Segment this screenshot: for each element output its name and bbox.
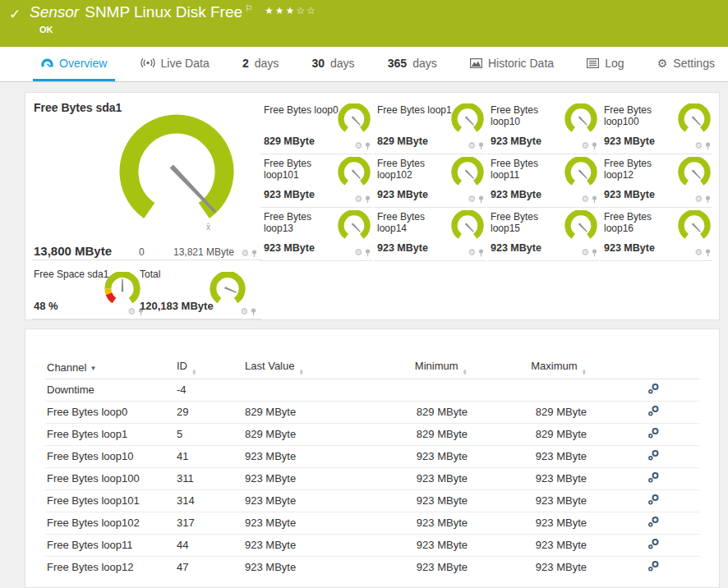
pin-icon[interactable] (365, 142, 371, 150)
col-header-channel[interactable]: Channel▼ (45, 357, 175, 379)
channels-panel: Channel▼ ID▲▼ Last Value▲▼ Minimum▲▼ Max… (25, 328, 720, 588)
col-header-last-value[interactable]: Last Value▲▼ (243, 357, 408, 379)
edit-channel-gears-icon[interactable] (647, 516, 660, 531)
small-gauge-cell[interactable]: Free Bytes loop12 923 MByte ⚙ (601, 154, 712, 208)
small-gauge-title: Free Bytes loop0 (264, 104, 339, 116)
small-gauge-cell[interactable]: Free Bytes loop0 829 MByte ⚙ (260, 101, 372, 154)
cell-id: 311 (175, 467, 243, 489)
small-gauge-title: Free Bytes loop15 (491, 211, 566, 234)
edit-channel-gears-icon[interactable] (647, 538, 660, 553)
pin-icon[interactable] (705, 195, 711, 204)
pin-icon[interactable] (705, 249, 711, 257)
small-gauge-cell[interactable]: Free Bytes loop102 923 MByte ⚙ (374, 154, 486, 208)
small-gauge-title: Free Bytes loop102 (377, 158, 453, 181)
sort-icon: ▲▼ (463, 369, 468, 375)
tab-30-days[interactable]: 30 days (303, 47, 362, 81)
edit-channel-gears-icon[interactable] (647, 471, 660, 486)
tab-2-days[interactable]: 2 days (234, 47, 287, 81)
edit-channel-gears-icon[interactable] (647, 494, 660, 508)
free-space-gauge-cell[interactable]: Free Space sda1 48 % ⚙ (32, 267, 149, 319)
edit-channel-gears-icon[interactable] (647, 405, 660, 420)
small-gauge-cell[interactable]: Free Bytes loop101 923 MByte ⚙ (260, 154, 372, 208)
small-gauge-title: Free Bytes loop12 (604, 158, 680, 181)
col-header-minimum[interactable]: Minimum▲▼ (408, 357, 469, 379)
gear-icon[interactable]: ⚙ (581, 141, 589, 150)
edit-channel-gears-icon[interactable] (647, 560, 660, 575)
small-gauge-cell[interactable]: Free Bytes loop11 923 MByte ⚙ (487, 154, 599, 208)
cell-channel: Free Bytes loop102 (45, 512, 175, 534)
gear-icon[interactable]: ⚙ (468, 248, 476, 257)
cell-minimum: 923 MByte (408, 512, 469, 534)
small-gauge-icon (338, 210, 371, 243)
pin-icon[interactable] (705, 142, 711, 150)
tab-log[interactable]: Log (578, 47, 632, 81)
gear-icon[interactable]: ⚙ (240, 307, 248, 316)
sort-icon: ▲▼ (582, 369, 587, 375)
small-gauge-cell[interactable]: Free Bytes loop13 923 MByte ⚙ (260, 208, 372, 261)
status-ok-check-icon: ✓ (9, 6, 21, 23)
cell-minimum: 923 MByte (408, 489, 469, 512)
flag-icon[interactable]: ⚐ (245, 3, 253, 13)
cell-id: 317 (175, 512, 243, 534)
tab-365-days[interactable]: 365 days (380, 47, 445, 81)
pin-icon[interactable] (592, 249, 597, 257)
col-header-maximum[interactable]: Maximum▲▼ (469, 357, 588, 379)
small-gauge-cell[interactable]: Free Bytes loop15 923 MByte ⚙ (487, 208, 599, 261)
pin-icon[interactable] (592, 142, 597, 150)
gear-icon[interactable]: ⚙ (241, 249, 249, 258)
gear-icon[interactable]: ⚙ (127, 307, 136, 316)
col-header-edit (588, 357, 699, 379)
col-header-id[interactable]: ID▲▼ (175, 357, 243, 379)
gear-icon[interactable]: ⚙ (694, 141, 703, 150)
cell-last-value: 923 MByte (243, 489, 408, 512)
sensor-header: ✓ SensorSNMP Linux Disk Free⚐★★★☆☆ OK (0, 0, 728, 47)
small-gauge-value: 923 MByte (377, 189, 428, 200)
pin-icon[interactable] (365, 195, 371, 204)
object-kind-label: Sensor (30, 3, 79, 21)
pin-icon[interactable] (478, 195, 484, 204)
total-gauge-title: Total (140, 269, 160, 280)
gear-icon[interactable]: ⚙ (694, 195, 703, 204)
small-gauge-cell[interactable]: Free Bytes loop10 923 MByte ⚙ (487, 101, 599, 154)
table-row: Free Bytes loop1 5 829 MByte 829 MByte 8… (45, 423, 699, 445)
cell-minimum: 829 MByte (408, 423, 469, 445)
primary-gauge-cell[interactable]: Free Bytes sda1 x̄ 13,800 MByte 0 13,821… (32, 99, 262, 260)
pin-icon[interactable] (478, 249, 484, 257)
pin-icon[interactable] (251, 308, 256, 316)
gear-icon[interactable]: ⚙ (581, 195, 589, 204)
edit-channel-gears-icon[interactable] (647, 427, 660, 442)
small-gauge-cell[interactable]: Free Bytes loop14 923 MByte ⚙ (374, 208, 486, 261)
gear-icon[interactable]: ⚙ (468, 141, 476, 150)
content-area: Free Bytes sda1 x̄ 13,800 MByte 0 13,821… (0, 82, 728, 588)
small-gauge-title: Free Bytes loop11 (491, 158, 566, 181)
pin-icon[interactable] (478, 142, 484, 150)
pin-icon[interactable] (365, 249, 371, 257)
gear-icon[interactable]: ⚙ (468, 195, 476, 204)
gear-icon[interactable]: ⚙ (581, 248, 589, 257)
small-gauge-cell[interactable]: Free Bytes loop100 923 MByte ⚙ (601, 101, 712, 154)
tab-settings[interactable]: ⚙ Settings (649, 47, 723, 81)
small-gauge-cell[interactable]: Free Bytes loop16 923 MByte ⚙ (601, 208, 712, 261)
pin-icon[interactable] (592, 195, 597, 204)
edit-channel-gears-icon[interactable] (647, 449, 660, 464)
edit-channel-gears-icon[interactable] (647, 383, 660, 397)
priority-stars[interactable]: ★★★☆☆ (265, 5, 317, 16)
cell-last-value: 923 MByte (243, 556, 408, 578)
gear-icon[interactable]: ⚙ (354, 248, 362, 257)
gear-icon[interactable]: ⚙ (354, 141, 362, 150)
tab-live-data[interactable]: Live Data (132, 47, 218, 81)
chart-icon (470, 58, 482, 68)
total-gauge-cell[interactable]: Total 120,183 MByte ⚙ (138, 267, 261, 319)
pin-icon[interactable] (251, 250, 257, 258)
tab-overview[interactable]: Overview (33, 47, 115, 81)
small-gauge-value: 923 MByte (491, 189, 541, 200)
cell-maximum: 923 MByte (469, 489, 588, 512)
small-gauge-cell[interactable]: Free Bytes loop1 829 MByte ⚙ (374, 101, 486, 154)
gear-icon[interactable]: ⚙ (354, 195, 362, 204)
free-space-gauge-value: 48 % (34, 300, 58, 312)
tab-historic-data[interactable]: Historic Data (462, 47, 562, 81)
cell-maximum: 829 MByte (469, 401, 588, 423)
gear-icon[interactable]: ⚙ (694, 248, 703, 257)
small-gauge-value: 923 MByte (491, 242, 541, 254)
small-gauge-title: Free Bytes loop101 (264, 158, 339, 181)
